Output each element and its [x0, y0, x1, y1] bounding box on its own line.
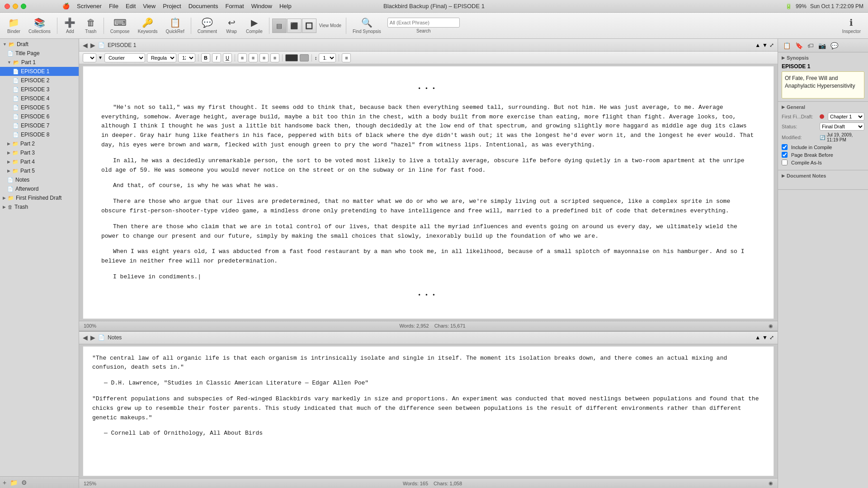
- binder-item-ep6[interactable]: 📄 EPISODE 6: [0, 112, 79, 121]
- notes-zoom-level[interactable]: 125%: [84, 481, 96, 486]
- underline-button[interactable]: U: [223, 53, 232, 62]
- align-justify-button[interactable]: ≡: [270, 53, 279, 62]
- binder-item-part2[interactable]: ▶ 📁 Part 2: [0, 139, 79, 148]
- binder-item-ep5[interactable]: 📄 EPISODE 5: [0, 103, 79, 112]
- include-compile-checkbox[interactable]: [782, 144, 788, 150]
- status-select[interactable]: Final Draft: [820, 122, 864, 131]
- trash-button[interactable]: 🗑 Trash: [81, 14, 101, 37]
- binder-item-part4[interactable]: ▶ 📁 Part 4: [0, 157, 79, 166]
- binder-item-trash[interactable]: ▶ 🗑 Trash: [0, 202, 79, 211]
- binder-item-title-page[interactable]: 📄 Title Page: [0, 49, 79, 58]
- menu-project[interactable]: Project: [163, 3, 181, 9]
- menu-scrivener-app[interactable]: Scrivener: [77, 3, 102, 9]
- menu-help[interactable]: Help: [279, 3, 292, 9]
- doc-notes-area[interactable]: [782, 181, 864, 187]
- align-right-button[interactable]: ≡: [259, 53, 269, 62]
- binder-item-draft[interactable]: ▼ 📂 Draft: [0, 40, 79, 49]
- binder-item-part5[interactable]: ▶ 📁 Part 5: [0, 166, 79, 175]
- maximize-button[interactable]: [21, 4, 26, 9]
- quickref-button[interactable]: 📋 QuickRef: [162, 14, 188, 37]
- quickref-label: QuickRef: [166, 29, 184, 34]
- menu-documents[interactable]: Documents: [189, 3, 218, 9]
- page-break-checkbox[interactable]: [782, 152, 788, 158]
- menu-format[interactable]: Format: [225, 3, 244, 9]
- highlight-color-swatch[interactable]: [300, 54, 309, 61]
- char-count: Chars: 15,671: [434, 323, 466, 328]
- notes-back-button[interactable]: ◀: [83, 334, 88, 341]
- menu-scrivener[interactable]: 🍎: [62, 3, 70, 9]
- binder-label-afterword: Afterword: [15, 186, 38, 192]
- inspector-tab-snapshots[interactable]: 📷: [817, 41, 827, 50]
- notes-expand-button[interactable]: ▼: [762, 334, 768, 341]
- text-color-swatch[interactable]: [285, 54, 298, 61]
- add-binder-item-button[interactable]: +: [3, 479, 6, 486]
- detach-button[interactable]: ⤢: [769, 42, 774, 48]
- binder-item-afterword[interactable]: 📄 Afterword: [0, 184, 79, 193]
- inspector-tab-comments[interactable]: 💬: [829, 41, 840, 50]
- binder-settings-button[interactable]: ⚙: [21, 479, 27, 486]
- inspector-button[interactable]: ℹ Inspector: [839, 14, 864, 37]
- minimize-button[interactable]: [13, 4, 18, 9]
- split-view-button[interactable]: ⬛: [287, 19, 302, 33]
- add-folder-button[interactable]: 📁: [10, 479, 18, 486]
- menu-window[interactable]: Window: [251, 3, 272, 9]
- inspector-tab-metadata[interactable]: 🏷: [806, 41, 815, 50]
- binder-item-part1[interactable]: ▼ 📂 Part 1: [0, 58, 79, 67]
- wrap-button[interactable]: ↩ Wrap: [222, 14, 241, 37]
- menu-file[interactable]: File: [109, 3, 118, 9]
- size-select[interactable]: 12: [178, 53, 195, 62]
- keywords-button[interactable]: 🔑 Keywords: [134, 14, 161, 37]
- collections-button[interactable]: 📚 Collections: [25, 14, 54, 37]
- style-select[interactable]: ¶: [83, 53, 96, 62]
- list-button[interactable]: ≡: [342, 53, 351, 62]
- compile-as-is-checkbox[interactable]: [782, 160, 788, 165]
- binder-item-notes[interactable]: 📄 Notes: [0, 175, 79, 184]
- corkboard-view-button[interactable]: 🔲: [302, 19, 316, 33]
- doc-notes-expand-icon[interactable]: ▶: [782, 174, 785, 178]
- add-button[interactable]: ➕ Add: [60, 14, 80, 37]
- notes-detach-button[interactable]: ⤢: [769, 334, 774, 341]
- font-select[interactable]: Courier: [104, 53, 145, 62]
- binder-item-ep8[interactable]: 📄 EPISODE 8: [0, 130, 79, 139]
- binder-item-first-finished-draft[interactable]: ▶ 📁 First Finished Draft: [0, 193, 79, 202]
- notes-collapse-button[interactable]: ▲: [755, 334, 760, 341]
- synopsis-expand-icon[interactable]: ▶: [782, 56, 785, 60]
- general-expand-icon[interactable]: ▶: [782, 105, 785, 109]
- compile-button[interactable]: ▶ Compile: [242, 14, 266, 37]
- search-input[interactable]: [387, 18, 460, 28]
- weight-select[interactable]: Regular: [147, 53, 176, 62]
- zoom-level[interactable]: 100%: [84, 323, 96, 328]
- binder-item-ep7[interactable]: 📄 EPISODE 7: [0, 121, 79, 130]
- synopsis-text[interactable]: Of Fate, Free Will and Anaphylactic Hype…: [782, 71, 864, 99]
- binder-item-ep3[interactable]: 📄 EPISODE 3: [0, 85, 79, 94]
- align-center-button[interactable]: ≡: [249, 53, 258, 62]
- notes-attribution-2: — Cornell Lab of Ornithology, All About …: [92, 429, 764, 438]
- align-left-button[interactable]: ≡: [238, 53, 247, 62]
- notes-editor[interactable]: "The central law of all organic life is …: [83, 346, 774, 476]
- binder-item-part3[interactable]: ▶ 📁 Part 3: [0, 148, 79, 157]
- line-spacing-select[interactable]: 1.2: [319, 53, 336, 62]
- single-view-button[interactable]: ▤: [272, 19, 287, 33]
- first-draft-select[interactable]: Chapter 1: [828, 113, 864, 121]
- italic-button[interactable]: I: [212, 53, 221, 62]
- binder-button[interactable]: 📁 Binder: [4, 14, 24, 37]
- binder-item-ep1[interactable]: 📄 EPISODE 1: [0, 67, 79, 76]
- compose-button[interactable]: ⌨ Compose: [107, 14, 133, 37]
- notes-forward-button[interactable]: ▶: [90, 334, 95, 341]
- binder-item-ep4[interactable]: 📄 EPISODE 4: [0, 94, 79, 103]
- menu-view[interactable]: View: [143, 3, 156, 9]
- inspector-tab-synopsis[interactable]: 📋: [782, 41, 792, 50]
- bold-button[interactable]: B: [201, 53, 210, 62]
- expand-button[interactable]: ▼: [762, 42, 768, 48]
- find-synopsis-button[interactable]: 🔍 Find Synopsis: [349, 14, 385, 37]
- comment-button[interactable]: 💬 Comment: [194, 14, 221, 37]
- binder-item-ep2[interactable]: 📄 EPISODE 2: [0, 76, 79, 85]
- notes-word-count: Words: 165: [403, 481, 428, 486]
- collapse-button[interactable]: ▲: [755, 42, 760, 48]
- document-editor[interactable]: ••• "He's not so tall," was my first tho…: [83, 66, 774, 319]
- back-button[interactable]: ◀: [83, 42, 88, 49]
- inspector-tab-bookmarks[interactable]: 🔖: [794, 41, 804, 50]
- menu-edit[interactable]: Edit: [126, 3, 136, 9]
- close-button[interactable]: [5, 4, 10, 9]
- forward-button[interactable]: ▶: [90, 42, 95, 49]
